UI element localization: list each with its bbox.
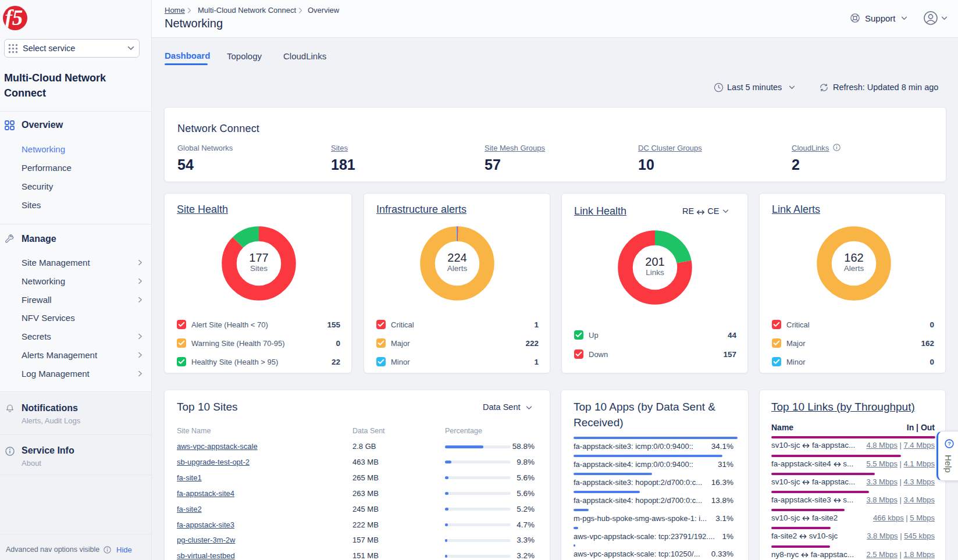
svg-text:201: 201 <box>645 255 664 268</box>
svg-text:f5: f5 <box>5 6 23 30</box>
svg-text:162: 162 <box>844 251 863 264</box>
svg-text:Alerts: Alerts <box>844 264 864 273</box>
svg-text:177: 177 <box>249 251 268 264</box>
svg-text:Links: Links <box>646 268 664 277</box>
svg-text:Sites: Sites <box>250 264 268 273</box>
svg-text:224: 224 <box>447 251 466 264</box>
svg-text:Alerts: Alerts <box>447 264 468 273</box>
svg-text:?: ? <box>948 441 951 447</box>
